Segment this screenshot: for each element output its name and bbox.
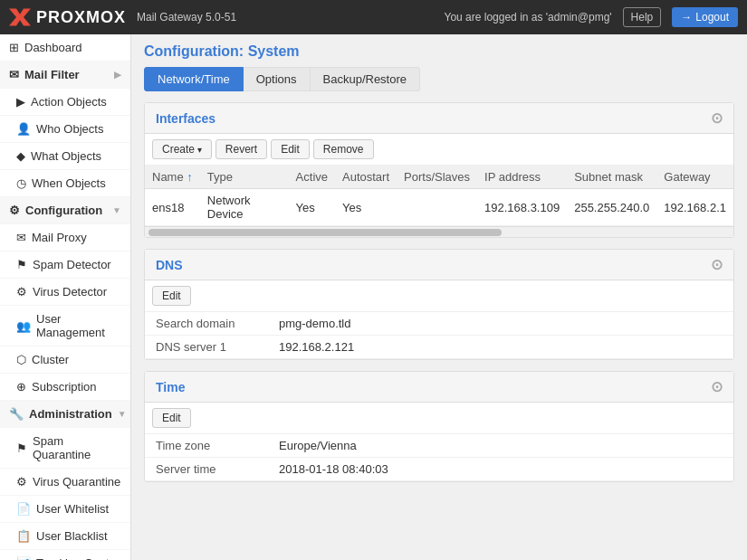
col-active[interactable]: Active — [289, 166, 335, 189]
who-objects-icon: 👤 — [16, 122, 31, 136]
sidebar-item-label: User Blacklist — [36, 529, 108, 543]
interfaces-panel: Interfaces ⊙ Create Revert Edit Remove N… — [144, 102, 734, 238]
sidebar-item-when-objects[interactable]: ◷ When Objects — [0, 170, 130, 197]
col-name[interactable]: Name — [145, 166, 200, 189]
user-whitelist-icon: 📄 — [16, 502, 31, 516]
cell-active: Yes — [289, 189, 335, 226]
col-autostart[interactable]: Autostart — [335, 166, 397, 189]
sidebar-item-label: What Objects — [31, 149, 101, 163]
help-button[interactable]: Help — [623, 7, 662, 27]
time-row-timezone: Time zone Europe/Vienna — [145, 434, 733, 458]
what-objects-icon: ◆ — [16, 149, 25, 163]
sidebar-item-virus-quarantine[interactable]: ⚙ Virus Quarantine — [0, 469, 130, 496]
sidebar-item-who-objects[interactable]: 👤 Who Objects — [0, 116, 130, 143]
col-type[interactable]: Type — [200, 166, 289, 189]
sidebar-item-label: Tracking Center — [36, 556, 120, 560]
sidebar-item-subscription[interactable]: ⊕ Subscription — [0, 374, 130, 401]
cluster-icon: ⬡ — [16, 353, 26, 366]
create-button[interactable]: Create — [152, 139, 212, 159]
virus-detector-icon: ⚙ — [16, 285, 27, 299]
interfaces-table: Name Type Active Autostart Ports/Slaves … — [145, 166, 733, 226]
time-collapse-button[interactable]: ⊙ — [711, 378, 723, 395]
sidebar-item-user-blacklist[interactable]: 📋 User Blacklist — [0, 523, 130, 550]
chevron-icon: ▼ — [112, 205, 121, 215]
time-edit-button[interactable]: Edit — [152, 408, 191, 428]
interfaces-toolbar: Create Revert Edit Remove — [145, 134, 733, 166]
tab-bar: Network/Time Options Backup/Restore — [144, 67, 734, 91]
time-timezone-label: Time zone — [145, 434, 272, 457]
sidebar-item-spam-quarantine[interactable]: ⚑ Spam Quarantine — [0, 428, 130, 469]
main-content: Configuration: System Network/Time Optio… — [131, 34, 747, 560]
sidebar-item-administration[interactable]: 🔧 Administration ▼ — [0, 401, 130, 428]
sidebar-item-what-objects[interactable]: ◆ What Objects — [0, 143, 130, 170]
header-right: You are logged in as 'admin@pmg' Help → … — [445, 7, 739, 27]
interfaces-collapse-button[interactable]: ⊙ — [711, 109, 723, 127]
sidebar-item-user-whitelist[interactable]: 📄 User Whitelist — [0, 496, 130, 523]
sidebar-item-user-management[interactable]: 👥 User Management — [0, 306, 130, 346]
tab-backup-restore[interactable]: Backup/Restore — [311, 67, 421, 91]
cell-name: ens18 — [145, 189, 200, 226]
table-row[interactable]: ens18 Network Device Yes Yes 192.168.3.1… — [145, 189, 733, 226]
sidebar-item-tracking-center[interactable]: 📊 Tracking Center — [0, 550, 130, 560]
sidebar-item-mail-proxy[interactable]: ✉ Mail Proxy — [0, 224, 130, 252]
sidebar-item-action-objects[interactable]: ▶ Action Objects — [0, 89, 130, 116]
edit-button[interactable]: Edit — [271, 139, 310, 159]
col-gateway[interactable]: Gateway — [656, 166, 733, 189]
mail-filter-icon: ✉ — [9, 68, 19, 81]
subscription-icon: ⊕ — [16, 380, 26, 394]
tab-network-time[interactable]: Network/Time — [144, 67, 244, 91]
dashboard-icon: ⊞ — [9, 41, 19, 54]
sidebar-item-label: Mail Filter — [24, 68, 80, 81]
dns-search-domain-label: Search domain — [145, 312, 272, 335]
svg-marker-0 — [9, 8, 31, 25]
logout-label: Logout — [695, 11, 729, 24]
table-header-row: Name Type Active Autostart Ports/Slaves … — [145, 166, 733, 189]
chevron-icon: ▶ — [114, 70, 121, 80]
remove-button[interactable]: Remove — [313, 139, 374, 159]
sidebar-item-spam-detector[interactable]: ⚑ Spam Detector — [0, 252, 130, 279]
time-server-time-label: Server time — [145, 458, 272, 480]
revert-button[interactable]: Revert — [215, 139, 267, 159]
dns-server1-value: 192.168.2.121 — [272, 336, 361, 358]
interfaces-title: Interfaces — [156, 111, 215, 126]
sidebar-item-label: Configuration — [25, 204, 102, 217]
sidebar-item-label: User Management — [36, 312, 121, 339]
dns-server1-label: DNS server 1 — [145, 336, 272, 358]
dns-collapse-button[interactable]: ⊙ — [711, 256, 723, 273]
sidebar-item-virus-detector[interactable]: ⚙ Virus Detector — [0, 279, 130, 306]
time-server-time-value: 2018-01-18 08:40:03 — [272, 458, 396, 480]
dns-panel-header: DNS ⊙ — [145, 250, 733, 280]
sidebar-item-dashboard[interactable]: ⊞ Dashboard — [0, 34, 130, 62]
dns-edit-button[interactable]: Edit — [152, 286, 191, 306]
tab-options[interactable]: Options — [244, 67, 311, 91]
cell-type: Network Device — [200, 189, 289, 226]
sidebar-item-label: Spam Detector — [33, 258, 111, 271]
tracking-center-icon: 📊 — [16, 556, 31, 560]
scroll-thumb[interactable] — [148, 229, 502, 236]
app-header: PROXMOX Mail Gateway 5.0-51 You are logg… — [0, 0, 747, 34]
cell-autostart: Yes — [335, 189, 397, 226]
logout-button[interactable]: → Logout — [672, 7, 738, 27]
administration-icon: 🔧 — [9, 407, 24, 421]
horizontal-scrollbar[interactable] — [145, 226, 733, 237]
spam-quarantine-icon: ⚑ — [16, 441, 27, 455]
sidebar-item-label: Who Objects — [36, 122, 103, 136]
cell-ip-address: 192.168.3.109 — [477, 189, 567, 226]
sidebar-item-cluster[interactable]: ⬡ Cluster — [0, 346, 130, 374]
logo-area: PROXMOX Mail Gateway 5.0-51 — [9, 6, 236, 28]
col-ports-slaves[interactable]: Ports/Slaves — [397, 166, 477, 189]
sidebar-item-configuration[interactable]: ⚙ Configuration ▼ — [0, 197, 130, 224]
time-toolbar: Edit — [145, 403, 733, 434]
sidebar-item-label: When Objects — [32, 176, 106, 190]
action-objects-icon: ▶ — [16, 95, 25, 109]
when-objects-icon: ◷ — [16, 176, 26, 190]
sidebar-item-mail-filter[interactable]: ✉ Mail Filter ▶ — [0, 62, 130, 89]
col-subnet-mask[interactable]: Subnet mask — [567, 166, 656, 189]
time-title: Time — [156, 380, 185, 394]
dns-row-search-domain: Search domain pmg-demo.tld — [145, 312, 733, 336]
cell-subnet-mask: 255.255.240.0 — [567, 189, 656, 226]
col-ip-address[interactable]: IP address — [477, 166, 567, 189]
interfaces-table-scroll: Name Type Active Autostart Ports/Slaves … — [145, 166, 733, 226]
sidebar-item-label: Dashboard — [24, 41, 82, 54]
configuration-icon: ⚙ — [9, 204, 20, 217]
